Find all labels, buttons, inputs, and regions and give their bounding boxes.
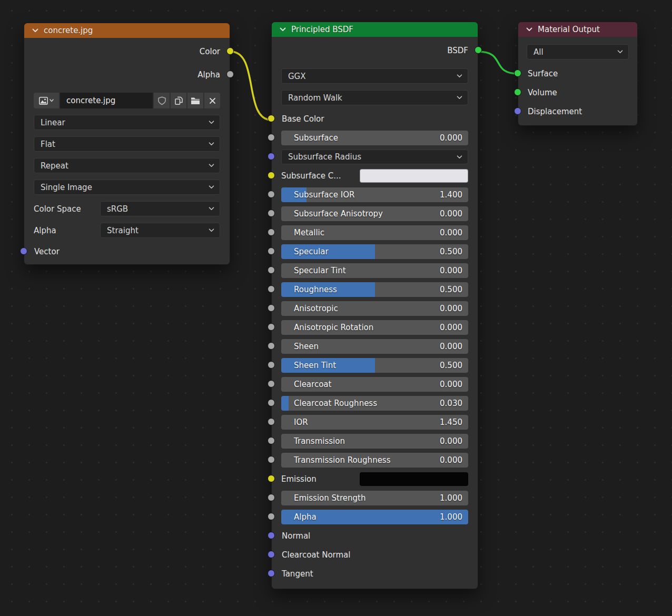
number-slider[interactable]: Subsurface 0.000 (281, 131, 468, 145)
number-slider[interactable]: Anisotropic Rotation 0.000 (281, 320, 468, 335)
output-socket[interactable] (226, 71, 234, 78)
node-header[interactable]: concrete.jpg (24, 23, 230, 38)
output-row-alpha: Alpha (24, 65, 230, 84)
slider-value: 0.000 (440, 263, 462, 278)
row-metallic: Metallic 0.000 (272, 225, 478, 240)
collapse-chevron-icon[interactable] (526, 27, 532, 32)
input-socket[interactable] (268, 475, 275, 482)
row-transmission: Transmission 0.000 (272, 434, 478, 449)
input-socket[interactable] (268, 172, 275, 179)
output-socket[interactable] (475, 46, 482, 54)
input-socket[interactable] (514, 69, 521, 77)
select-extension[interactable]: Repeat (34, 158, 220, 173)
fake-user-button[interactable] (154, 93, 170, 108)
input-socket[interactable] (268, 247, 275, 255)
output-socket[interactable] (226, 47, 234, 55)
chevron-down-icon (50, 99, 54, 102)
select-value: Single Image (41, 183, 92, 192)
number-slider[interactable]: Metallic 0.000 (281, 225, 468, 240)
slider-label: Anisotropic Rotation (294, 320, 373, 335)
input-label: Surface (528, 69, 558, 78)
number-slider[interactable]: Emission Strength 1.000 (281, 491, 468, 505)
number-slider[interactable]: Clearcoat 0.000 (281, 377, 468, 392)
select-distribution[interactable]: GGX (281, 68, 468, 84)
collapse-chevron-icon[interactable] (32, 28, 38, 33)
input-socket[interactable] (514, 88, 521, 96)
input-socket[interactable] (20, 247, 27, 255)
image-browse-button[interactable] (34, 93, 59, 108)
color-swatch[interactable] (360, 169, 468, 183)
color-swatch[interactable] (360, 472, 468, 486)
number-slider[interactable]: Transmission Roughness 0.000 (281, 453, 468, 468)
chevron-down-icon (457, 74, 462, 78)
select-interpolation[interactable]: Linear (34, 115, 220, 130)
input-socket[interactable] (268, 361, 275, 369)
number-slider[interactable]: Subsurface Anisotropy 0.000 (281, 206, 468, 221)
slider-label: Emission Strength (294, 491, 365, 505)
row-subsurface-ior: Subsurface IOR 1.400 (272, 187, 478, 202)
number-slider[interactable]: Specular 0.500 (281, 244, 468, 259)
row-subsurface-anisotropy: Subsurface Anisotropy 0.000 (272, 206, 478, 221)
slider-value: 0.000 (440, 434, 462, 449)
unlink-button[interactable] (204, 93, 220, 108)
number-slider[interactable]: Clearcoat Roughness 0.030 (281, 396, 468, 411)
input-socket[interactable] (268, 418, 275, 425)
number-slider[interactable]: Transmission 0.000 (281, 434, 468, 449)
row-clearcoat-normal: Clearcoat Normal (272, 548, 478, 562)
select-projection[interactable]: Flat (34, 136, 220, 152)
input-socket[interactable] (268, 399, 275, 406)
input-socket[interactable] (268, 532, 275, 539)
input-socket[interactable] (268, 570, 275, 577)
input-socket[interactable] (268, 191, 275, 198)
duplicate-button[interactable] (171, 93, 186, 108)
prop-row-alpha-mode: Alpha Straight (34, 223, 220, 238)
input-socket[interactable] (268, 266, 275, 274)
input-socket[interactable] (268, 323, 275, 331)
number-slider[interactable]: Subsurface IOR 1.400 (281, 187, 468, 202)
input-socket[interactable] (268, 134, 275, 141)
number-slider[interactable]: Anisotropic 0.000 (281, 301, 468, 316)
slider-label: Clearcoat (294, 377, 331, 392)
input-socket[interactable] (268, 285, 275, 293)
input-socket[interactable] (268, 456, 275, 463)
node-header[interactable]: Material Output (518, 22, 637, 37)
row-specular-tint: Specular Tint 0.000 (272, 263, 478, 278)
select-source[interactable]: Single Image (34, 180, 220, 195)
input-socket[interactable] (268, 210, 275, 217)
input-socket[interactable] (268, 153, 275, 160)
select-subsurface-method[interactable]: Random Walk (281, 90, 468, 105)
slider-label: Metallic (294, 225, 324, 240)
number-slider[interactable]: Roughness 0.500 (281, 282, 468, 297)
collapse-chevron-icon[interactable] (280, 27, 286, 32)
input-socket[interactable] (268, 228, 275, 236)
input-socket[interactable] (268, 437, 275, 444)
number-slider[interactable]: Sheen 0.000 (281, 339, 468, 354)
row-sheen-tint: Sheen Tint 0.500 (272, 358, 478, 373)
select-alpha-mode[interactable]: Straight (100, 223, 220, 238)
number-slider[interactable]: IOR 1.450 (281, 415, 468, 430)
input-socket[interactable] (514, 107, 521, 115)
open-file-button[interactable] (187, 93, 203, 108)
slider-value: 1.000 (440, 491, 462, 505)
input-socket[interactable] (268, 342, 275, 350)
node-header[interactable]: Principled BSDF (272, 22, 478, 37)
input-socket[interactable] (268, 304, 275, 312)
number-slider[interactable]: Sheen Tint 0.500 (281, 358, 468, 373)
slider-value: 0.000 (440, 225, 462, 240)
input-socket[interactable] (268, 513, 275, 520)
slider-value: 0.000 (440, 320, 462, 335)
image-name-field[interactable]: concrete.jpg (60, 93, 153, 108)
select-target[interactable]: All (527, 44, 629, 59)
select[interactable]: Subsurface Radius (281, 150, 468, 164)
number-slider[interactable]: Alpha 1.000 (281, 510, 468, 524)
slider-value: 0.000 (440, 301, 462, 316)
input-socket[interactable] (268, 115, 275, 122)
node-material-output: Material Output All Surface Volume Displ… (518, 22, 638, 126)
input-socket[interactable] (268, 551, 275, 558)
input-socket[interactable] (268, 380, 275, 388)
input-socket[interactable] (268, 494, 275, 501)
node-title: Material Output (538, 25, 600, 34)
select-color-space[interactable]: sRGB (100, 201, 220, 216)
row-base-color: Base Color (272, 112, 478, 126)
number-slider[interactable]: Specular Tint 0.000 (281, 263, 468, 278)
